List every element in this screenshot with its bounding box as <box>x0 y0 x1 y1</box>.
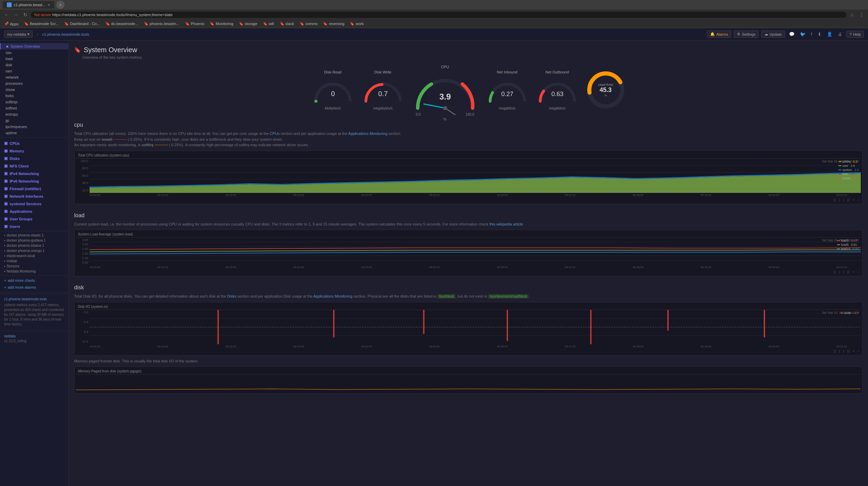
sidebar-item-processes[interactable]: processes <box>0 80 68 86</box>
chart-nav-next[interactable]: ⟩⟩ <box>847 198 850 202</box>
sidebar-section-users[interactable]: ▣ Users <box>0 222 68 230</box>
disks-link[interactable]: Disks <box>227 294 236 298</box>
tab-close-button[interactable]: ✕ <box>47 3 50 7</box>
address-bar[interactable]: Not secure https://netdata.c1.phoenix.be… <box>31 12 846 18</box>
bookmark-beastmode[interactable]: 🔖 Beastmode Scr... <box>23 22 60 26</box>
bookmark-work[interactable]: 🔖 work <box>348 22 365 26</box>
sidebar-item-gc[interactable]: gc <box>0 117 68 124</box>
back-button[interactable]: ← <box>3 11 10 18</box>
sidebar-item-network[interactable]: network <box>0 74 68 80</box>
sidebar-section-user-groups[interactable]: ▣ User Groups <box>0 215 68 222</box>
sidebar-host-netdata[interactable]: ▪ Netdata Monitoring <box>0 269 68 274</box>
sidebar-section-ipv4[interactable]: ▣ IPv4 Networking <box>0 169 68 177</box>
bookmark-apps[interactable]: 📌 Apps <box>3 22 20 26</box>
bookmark-phoenix2[interactable]: 🔖 Phoenix <box>184 22 206 26</box>
chart-nav-prev[interactable]: ⟨⟨ <box>833 198 836 202</box>
load-chart-nav-back[interactable]: ⟨ <box>839 270 840 274</box>
sidebar-section-ipv6[interactable]: ▣ IPv6 Networking <box>0 177 68 184</box>
disk-chart-zoom-in[interactable]: + <box>853 349 855 353</box>
sidebar-host-sensors[interactable]: ▪ Sensors <box>0 264 68 269</box>
load-chart-nav-next[interactable]: ⟩⟩ <box>847 270 850 274</box>
twitter-icon[interactable]: 🐦 <box>799 32 807 37</box>
sidebar-section-cpus[interactable]: ▣ CPUs <box>0 139 68 147</box>
bookmark-storage[interactable]: 🔖 storage <box>238 22 259 26</box>
sidebar-item-ram[interactable]: ram <box>0 68 68 74</box>
sidebar-host-kibana[interactable]: ▪ docker phoenix-kibana 1 <box>0 243 68 248</box>
app-monitoring-disk-link[interactable]: Applications Monitoring <box>313 294 352 298</box>
app-monitoring-link[interactable]: Applications Monitoring <box>348 131 387 136</box>
star-button[interactable]: ☆ <box>848 11 856 18</box>
bookmark-phoenix[interactable]: 🔖 phoenix.beastm... <box>142 22 181 26</box>
sidebar-section-systemd[interactable]: ▣ systemd Services <box>0 199 68 207</box>
sidebar-host-mdstar[interactable]: ▪ mdstar <box>0 258 68 264</box>
sidebar-host-elastic[interactable]: ▪ docker phoenix-elastic 1 <box>0 233 68 238</box>
settings-button[interactable]: ⚙ Settings <box>734 31 759 38</box>
load-chart-nav-prev[interactable]: ⟨⟨ <box>833 270 836 274</box>
bookmark-slack[interactable]: 🔖 slack <box>278 22 296 26</box>
bookmark-reversing[interactable]: 🔖 reversing <box>322 22 346 26</box>
sidebar-item-disk[interactable]: disk <box>0 62 68 68</box>
sidebar-host-mongo[interactable]: ▪ docker phoenix-mongo 1 <box>0 248 68 253</box>
sidebar-section-memory[interactable]: ▣ Memory <box>0 147 68 154</box>
wikipedia-link[interactable]: this wikipedia article <box>489 222 523 226</box>
chat-icon[interactable]: 💬 <box>788 32 796 37</box>
sidebar-section-network-interfaces[interactable]: ▣ Network Interfaces <box>0 192 68 199</box>
alarms-button[interactable]: 🔔 Alarms <box>707 31 731 38</box>
disk-chart-nav-prev[interactable]: ⟨⟨ <box>833 349 836 353</box>
bookmark-wifi[interactable]: 🔖 wifi <box>262 22 276 26</box>
cpu-chart-nav[interactable]: ⟨⟨ ⟨ ⟩ ⟩⟩ + − <box>76 197 861 202</box>
load-chart-svg-wrap[interactable] <box>90 238 861 265</box>
add-more-charts-link[interactable]: + add more charts <box>0 277 68 284</box>
sidebar-item-softnet[interactable]: softnet <box>0 105 68 111</box>
print-icon[interactable]: 🖨 <box>836 32 844 37</box>
disk-chart-nav-next[interactable]: ⟩⟩ <box>847 349 850 353</box>
chart-zoom-out[interactable]: − <box>857 198 859 202</box>
active-browser-tab[interactable]: c1.phoenix.beast... ✕ <box>3 1 54 9</box>
sidebar-item-ctxsw[interactable]: ctxsw <box>0 86 68 93</box>
load-chart-nav-forward[interactable]: ⟩ <box>843 270 844 274</box>
bookmark-monitoring[interactable]: 🔖 Monitoring <box>208 22 234 26</box>
download-icon[interactable]: ⬇ <box>816 32 823 37</box>
sidebar-item-load[interactable]: load <box>0 56 68 62</box>
bookmark-dashboard[interactable]: 🔖 Dashboard - Co... <box>63 22 101 26</box>
disk-chart-nav[interactable]: ⟨⟨ ⟨ ⟩ ⟩⟩ + − <box>76 349 861 354</box>
sidebar-item-forks[interactable]: forks <box>0 93 68 99</box>
sidebar-section-disks[interactable]: ▣ Disks <box>0 154 68 162</box>
svg-marker-18 <box>90 173 861 193</box>
load-chart-zoom-out[interactable]: − <box>857 270 859 274</box>
bookmark-comms[interactable]: 🔖 comms <box>298 22 319 26</box>
user-icon[interactable]: 👤 <box>825 32 834 37</box>
disk-chart-zoom-out[interactable]: − <box>857 349 859 353</box>
sidebar-item-softirqs[interactable]: softirqs <box>0 99 68 105</box>
disk-chart-nav-forward[interactable]: ⟩ <box>843 349 844 353</box>
sidebar-section-firewall[interactable]: ▣ Firewall (nettilter) <box>0 184 68 192</box>
sidebar-host-elasticsearch[interactable]: ▪ elasticsearch-local <box>0 253 68 258</box>
bookmark-do[interactable]: 🔖 do.beastmode... <box>104 22 140 26</box>
chart-nav-forward[interactable]: ⟩ <box>843 198 844 202</box>
chart-zoom-in[interactable]: + <box>853 198 855 202</box>
chart-nav-back[interactable]: ⟨ <box>839 198 840 202</box>
sidebar-item-uptime[interactable]: uptime <box>0 130 68 136</box>
sidebar-section-applications[interactable]: ▣ Applications <box>0 207 68 215</box>
facebook-icon[interactable]: f <box>810 32 814 37</box>
add-more-alarms-link[interactable]: + add more alarms <box>0 284 68 291</box>
instance-selector[interactable]: my-netdata ▾ <box>4 31 33 38</box>
menu-button[interactable]: ⋮ <box>858 11 865 18</box>
reload-button[interactable]: ↻ <box>22 11 29 18</box>
update-button[interactable]: ☁ Update <box>761 31 785 38</box>
sidebar-item-cpu[interactable]: cpu <box>0 49 68 56</box>
cpus-link[interactable]: CPUs <box>270 131 280 136</box>
sidebar-host-grafana[interactable]: ▪ docker phoenix-grafana 1 <box>0 238 68 243</box>
load-chart-nav[interactable]: ⟨⟨ ⟨ ⟩ ⟩⟩ + − <box>76 269 861 275</box>
disk-chart-nav-back[interactable]: ⟨ <box>839 349 840 353</box>
forward-button[interactable]: → <box>12 11 20 18</box>
load-chart-zoom-in[interactable]: + <box>853 270 855 274</box>
new-tab-button[interactable]: + <box>56 1 65 9</box>
sidebar-item-system-overview[interactable]: ■ System Overview <box>0 43 68 49</box>
sidebar-section-nfs[interactable]: ▣ NFS Client <box>0 162 68 169</box>
disk-chart-svg-wrap[interactable] <box>90 310 861 344</box>
help-button[interactable]: ? Help <box>846 31 864 38</box>
sidebar-item-ipc[interactable]: ipc/mqueues <box>0 124 68 130</box>
sidebar-item-entropy[interactable]: entropy <box>0 111 68 117</box>
cpu-chart-svg-wrap[interactable] <box>90 159 861 193</box>
